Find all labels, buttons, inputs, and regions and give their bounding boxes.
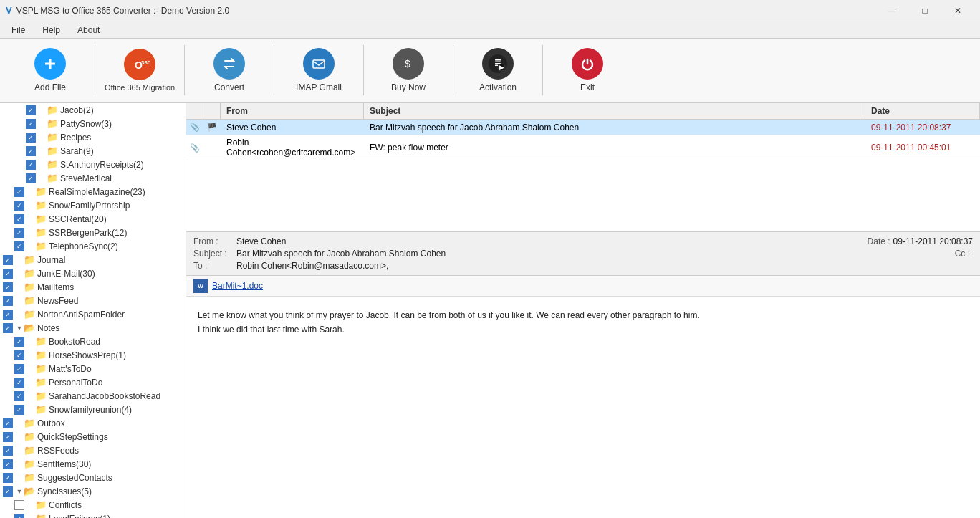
email-row[interactable]: 📎 Robin Cohen<rcohen@critcaremd.com> FW:… — [186, 135, 980, 160]
tree-item-quickstepsettings[interactable]: ✓📁QuickStepSettings — [0, 430, 186, 443]
tree-item-junkemail[interactable]: ✓📁JunkE-Mail(30) — [0, 267, 186, 280]
tree-expand-notes[interactable]: ▼ — [15, 324, 24, 332]
convert-button[interactable]: Convert — [186, 40, 272, 101]
menu-help[interactable]: Help — [34, 24, 69, 37]
tree-item-localfailures[interactable]: ✓📁LocalFailures(1) — [0, 512, 186, 518]
tree-checkbox-syncissues[interactable]: ✓ — [3, 486, 13, 497]
tree-checkbox-junkemail[interactable]: ✓ — [3, 269, 13, 279]
tree-checkbox-mailItems[interactable]: ✓ — [3, 282, 13, 292]
tree-checkbox-suggestedcontacts[interactable]: ✓ — [3, 473, 13, 483]
tree-item-recipes[interactable]: ✓📁Recipes — [0, 130, 186, 144]
tree-checkbox-personaltodo[interactable]: ✓ — [14, 378, 24, 388]
tree-item-syncissues[interactable]: ✓▼📂SyncIssues(5) — [0, 484, 186, 498]
menu-about[interactable]: About — [69, 24, 108, 37]
add-file-button[interactable]: Add File — [7, 40, 93, 101]
tree-label-realsimplemagazine: RealSimpleMagazine(23) — [49, 187, 145, 197]
title-text: VSPL MSG to Office 365 Converter :- Demo… — [16, 6, 875, 16]
tree-item-telephoneSync[interactable]: ✓📁TelephoneSync(2) — [0, 239, 186, 253]
tree-item-pattysnow[interactable]: ✓📁PattySnow(3) — [0, 117, 186, 130]
tree-checkbox-mattstodo[interactable]: ✓ — [14, 364, 24, 374]
col-attach-header — [186, 103, 203, 119]
exit-button[interactable]: Exit — [544, 40, 630, 101]
tree-checkbox-jacob[interactable]: ✓ — [26, 105, 36, 115]
tree-expand-ssrBergenPark — [27, 229, 35, 237]
tree-checkbox-quickstepsettings[interactable]: ✓ — [3, 432, 13, 442]
tree-item-newsfeed[interactable]: ✓📁NewsFeed — [0, 294, 186, 307]
minimize-button[interactable]: ─ — [875, 0, 908, 21]
tree-item-sscRental[interactable]: ✓📁SSCRental(20) — [0, 212, 186, 226]
to-label: To : — [193, 261, 236, 271]
tree-checkbox-conflicts[interactable] — [14, 500, 24, 510]
tree-item-realsimplemagazine[interactable]: ✓📁RealSimpleMagazine(23) — [0, 185, 186, 198]
tree-checkbox-sscRental[interactable]: ✓ — [14, 214, 24, 224]
tree-checkbox-horseshowsprep[interactable]: ✓ — [14, 350, 24, 360]
office365-icon: O 365 — [124, 49, 155, 80]
tree-item-journal[interactable]: ✓📁Journal — [0, 253, 186, 267]
tree-item-sentitems[interactable]: ✓📁SentItems(30) — [0, 457, 186, 471]
tree-checkbox-sarah[interactable]: ✓ — [26, 146, 36, 156]
tree-checkbox-notes[interactable]: ✓ — [3, 323, 13, 333]
tree-item-suggestedcontacts[interactable]: ✓📁SuggestedContacts — [0, 471, 186, 484]
window-controls: ─ □ ✕ — [875, 0, 974, 21]
tree-item-personaltodo[interactable]: ✓📁PersonalToDo — [0, 375, 186, 389]
title-bar: V VSPL MSG to Office 365 Converter :- De… — [0, 0, 980, 21]
tree-expand-rssfeeds — [15, 446, 24, 455]
tree-item-jacob[interactable]: ✓📁Jacob(2) — [0, 103, 186, 117]
tree-item-nortonantispam[interactable]: ✓📁NortonAntiSpamFolder — [0, 307, 186, 321]
tree-checkbox-newsfeed[interactable]: ✓ — [3, 296, 13, 306]
email-header: From : Steve Cohen Date : 09-11-2011 20:… — [186, 232, 980, 276]
tree-checkbox-bookstoread[interactable]: ✓ — [14, 337, 24, 347]
email-body-text: Let me know what you think of my prayer … — [198, 308, 969, 337]
tree-item-outbox[interactable]: ✓📁Outbox — [0, 416, 186, 430]
tree-checkbox-sentitems[interactable]: ✓ — [3, 459, 13, 469]
imap-gmail-button[interactable]: IMAP Gmail — [276, 40, 362, 101]
folder-icon-mailItems: 📁 — [24, 282, 35, 292]
tree-item-snowfamilyreunion[interactable]: ✓📁Snowfamilyreunion(4) — [0, 403, 186, 416]
menu-file[interactable]: File — [3, 24, 34, 37]
tree-checkbox-journal[interactable]: ✓ — [3, 255, 13, 265]
maximize-button[interactable]: □ — [908, 0, 941, 21]
activation-button[interactable]: ▶ Activation — [455, 40, 541, 101]
tree-expand-mailItems — [15, 283, 24, 292]
tree-checkbox-telephoneSync[interactable]: ✓ — [14, 241, 24, 251]
tree-item-ssrBergenPark[interactable]: ✓📁SSRBergenPark(12) — [0, 226, 186, 239]
tree-item-stevemedical[interactable]: ✓📁SteveMedical — [0, 171, 186, 185]
email-attachment[interactable]: W BarMit~1.doc — [186, 276, 980, 297]
tree-checkbox-ssrBergenPark[interactable]: ✓ — [14, 228, 24, 238]
tree-checkbox-snowfamilyreunion[interactable]: ✓ — [14, 405, 24, 415]
tree-item-snowfamilyprtnrship[interactable]: ✓📁SnowFamilyPrtnrship — [0, 198, 186, 212]
close-button[interactable]: ✕ — [941, 0, 974, 21]
tree-item-mattstodo[interactable]: ✓📁Matt'sToDo — [0, 362, 186, 375]
tree-checkbox-stevemedical[interactable]: ✓ — [26, 173, 36, 183]
tree-checkbox-realsimplemagazine[interactable]: ✓ — [14, 187, 24, 197]
tree-checkbox-recipes[interactable]: ✓ — [26, 133, 36, 143]
tree-checkbox-nortonantispam[interactable]: ✓ — [3, 310, 13, 320]
tree-label-localfailures: LocalFailures(1) — [49, 514, 110, 519]
email-row[interactable]: 📎 🏴 Steve Cohen Bar Mitzvah speech for J… — [186, 120, 980, 135]
tree-item-rssfeeds[interactable]: ✓📁RSSFeeds — [0, 443, 186, 457]
tree-item-mailItems[interactable]: ✓📁MailItems — [0, 280, 186, 294]
tree-item-sarahandjacob[interactable]: ✓📁SarahandJacobBookstoRead — [0, 389, 186, 403]
tree-label-stanthonyreceipts: StAnthonyReceipts(2) — [60, 160, 144, 170]
tree-item-sarah[interactable]: ✓📁Sarah(9) — [0, 144, 186, 158]
tree-item-notes[interactable]: ✓▼📂Notes — [0, 321, 186, 335]
folder-icon-suggestedcontacts: 📁 — [24, 472, 35, 483]
buy-now-button[interactable]: $ Buy Now — [365, 40, 451, 101]
tree-checkbox-stanthonyreceipts[interactable]: ✓ — [26, 160, 36, 170]
tree-label-syncissues: SyncIssues(5) — [37, 486, 92, 497]
tree-checkbox-rssfeeds[interactable]: ✓ — [3, 446, 13, 456]
tree-checkbox-snowfamilyprtnrship[interactable]: ✓ — [14, 201, 24, 211]
tree-checkbox-outbox[interactable]: ✓ — [3, 418, 13, 428]
tree-checkbox-localfailures[interactable]: ✓ — [14, 514, 24, 519]
tree-item-bookstoread[interactable]: ✓📁BookstoRead — [0, 335, 186, 348]
tree-expand-syncissues[interactable]: ▼ — [15, 487, 24, 496]
tree-item-stanthonyreceipts[interactable]: ✓📁StAnthonyReceipts(2) — [0, 158, 186, 171]
tree-checkbox-sarahandjacob[interactable]: ✓ — [14, 391, 24, 401]
tree-item-conflicts[interactable]: 📁Conflicts — [0, 498, 186, 512]
folder-icon-realsimplemagazine: 📁 — [35, 186, 47, 197]
tree-item-horseshowsprep[interactable]: ✓📁HorseShowsPrep(1) — [0, 348, 186, 362]
app-icon: V — [6, 5, 12, 16]
office365-button[interactable]: O 365 Office 365 Migration — [97, 40, 183, 101]
folder-tree[interactable]: ✓📁Jacob(2)✓📁PattySnow(3)✓📁Recipes✓📁Sarah… — [0, 103, 186, 518]
tree-checkbox-pattysnow[interactable]: ✓ — [26, 119, 36, 129]
